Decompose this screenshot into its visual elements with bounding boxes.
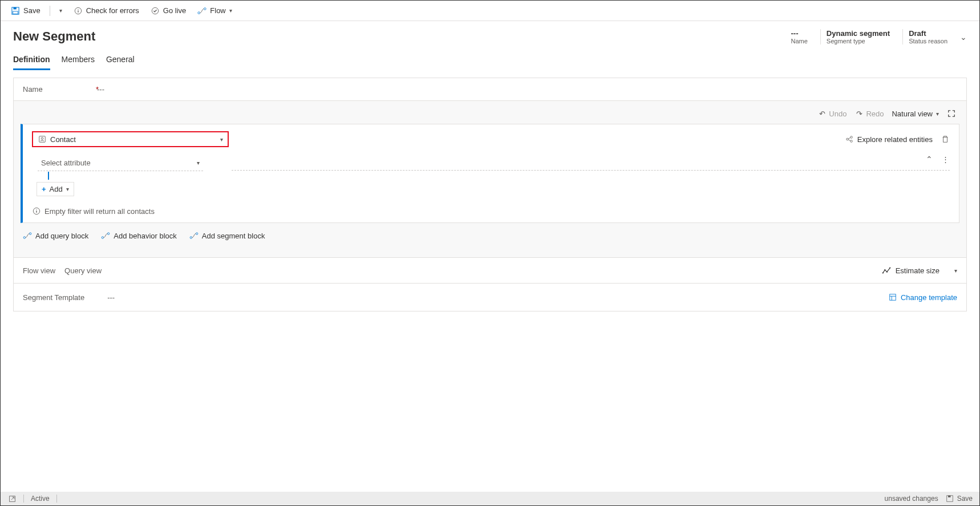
contact-icon bbox=[38, 135, 47, 144]
template-value: --- bbox=[107, 293, 115, 302]
query-toolbar: ↶ Undo ↷ Redo Natural view ▾ bbox=[21, 107, 959, 124]
save-icon bbox=[11, 6, 20, 15]
check-circle-icon bbox=[151, 6, 160, 15]
command-bar: Save ▾ Check for errors Go live Flow ▾ bbox=[1, 1, 979, 21]
svg-point-20 bbox=[29, 233, 31, 234]
redo-icon: ↷ bbox=[855, 109, 864, 118]
chevron-down-icon: ▾ bbox=[954, 268, 957, 274]
save-dropdown[interactable]: ▾ bbox=[55, 5, 67, 16]
save-button[interactable]: Save bbox=[6, 4, 45, 18]
undo-button[interactable]: ↶ Undo bbox=[817, 109, 847, 118]
query-view-button[interactable]: Query view bbox=[64, 266, 102, 275]
svg-point-27 bbox=[886, 272, 888, 273]
connector-line bbox=[48, 172, 49, 180]
svg-point-8 bbox=[204, 7, 206, 10]
expand-header-button[interactable]: ⌄ bbox=[960, 33, 967, 42]
add-segment-block-button[interactable]: Add segment block bbox=[189, 231, 265, 240]
entity-selector[interactable]: Contact ▾ bbox=[32, 131, 229, 147]
tab-members[interactable]: Members bbox=[62, 55, 95, 70]
meta-name: --- Name bbox=[785, 29, 813, 44]
flow-icon bbox=[189, 231, 199, 240]
flow-label: Flow bbox=[210, 6, 225, 15]
unsaved-changes-label: unsaved changes bbox=[885, 495, 938, 503]
svg-rect-34 bbox=[948, 496, 951, 497]
name-label: Name * bbox=[23, 85, 97, 94]
definition-panel: Name * --- ↶ Undo ↷ Redo Natural view ▾ bbox=[13, 78, 967, 311]
collapse-button[interactable]: ⌃ bbox=[926, 155, 933, 164]
record-meta: --- Name Dynamic segment Segment type Dr… bbox=[785, 29, 967, 44]
required-indicator: * bbox=[96, 85, 99, 94]
flow-icon bbox=[23, 231, 32, 240]
page-title: New Segment bbox=[13, 29, 95, 44]
flow-icon bbox=[197, 6, 206, 15]
svg-point-21 bbox=[102, 237, 103, 238]
separator bbox=[50, 6, 50, 16]
check-errors-button[interactable]: Check for errors bbox=[69, 4, 144, 18]
chevron-down-icon: ▾ bbox=[220, 136, 223, 143]
meta-segment-type: Dynamic segment Segment type bbox=[820, 29, 896, 44]
svg-point-7 bbox=[198, 11, 200, 14]
status-active: Active bbox=[31, 495, 50, 503]
template-label: Segment Template bbox=[23, 293, 84, 302]
flow-button[interactable]: Flow ▾ bbox=[193, 4, 236, 18]
name-field-row: Name * --- bbox=[14, 78, 966, 101]
more-options-button[interactable]: ⋮ bbox=[941, 155, 950, 164]
svg-line-14 bbox=[848, 137, 851, 139]
svg-point-11 bbox=[847, 138, 849, 140]
change-template-button[interactable]: Change template bbox=[888, 293, 957, 302]
attribute-selector[interactable]: Select attribute ▾ bbox=[38, 155, 203, 171]
svg-point-13 bbox=[851, 140, 853, 143]
flow-view-button[interactable]: Flow view bbox=[23, 266, 55, 275]
query-block: Contact ▾ Explore related entities bbox=[21, 124, 959, 223]
svg-rect-1 bbox=[14, 7, 17, 9]
estimate-icon bbox=[882, 266, 891, 275]
chevron-down-icon: ▾ bbox=[936, 111, 939, 117]
info-message: Empty filter will return all contacts bbox=[32, 207, 950, 216]
views-row: Flow view Query view Estimate size ▾ bbox=[14, 257, 966, 283]
entity-label: Contact bbox=[50, 135, 76, 144]
svg-rect-29 bbox=[890, 294, 896, 301]
info-icon bbox=[74, 6, 83, 15]
footer-save-button[interactable]: Save bbox=[945, 494, 973, 503]
svg-line-15 bbox=[848, 140, 851, 141]
template-row: Segment Template --- Change template bbox=[14, 283, 966, 311]
meta-status-reason: Draft Status reason bbox=[902, 29, 953, 44]
popout-icon[interactable] bbox=[7, 494, 17, 503]
go-live-button[interactable]: Go live bbox=[146, 4, 191, 18]
svg-point-26 bbox=[884, 269, 885, 270]
chevron-down-icon: ▾ bbox=[197, 160, 200, 166]
share-icon bbox=[845, 135, 854, 144]
tab-list: Definition Members General bbox=[1, 44, 979, 71]
save-label: Save bbox=[23, 6, 41, 15]
fullscreen-button[interactable] bbox=[947, 109, 956, 118]
chevron-down-icon: ▾ bbox=[59, 7, 62, 14]
check-errors-label: Check for errors bbox=[86, 6, 139, 15]
flow-icon bbox=[101, 231, 110, 240]
chevron-down-icon: ▾ bbox=[66, 186, 69, 192]
svg-point-12 bbox=[851, 136, 853, 139]
svg-point-25 bbox=[882, 272, 883, 273]
redo-button[interactable]: ↷ Redo bbox=[855, 109, 884, 118]
svg-point-19 bbox=[23, 237, 25, 238]
save-icon bbox=[945, 494, 954, 503]
tab-general[interactable]: General bbox=[106, 55, 135, 70]
estimate-size-button[interactable]: Estimate size ▾ bbox=[882, 266, 957, 275]
tab-definition[interactable]: Definition bbox=[13, 55, 50, 70]
divider bbox=[232, 170, 950, 171]
add-behavior-block-button[interactable]: Add behavior block bbox=[101, 231, 177, 240]
svg-point-22 bbox=[108, 233, 110, 234]
template-icon bbox=[888, 293, 897, 302]
explore-related-button[interactable]: Explore related entities bbox=[845, 135, 933, 144]
svg-rect-2 bbox=[13, 11, 18, 13]
svg-point-23 bbox=[190, 237, 192, 238]
page-header: New Segment --- Name Dynamic segment Seg… bbox=[1, 21, 979, 44]
go-live-label: Go live bbox=[163, 6, 186, 15]
add-block-row: Add query block Add behavior block Add s… bbox=[21, 223, 959, 248]
view-selector[interactable]: Natural view ▾ bbox=[892, 110, 939, 118]
delete-button[interactable] bbox=[941, 135, 950, 144]
query-area: ↶ Undo ↷ Redo Natural view ▾ bbox=[14, 101, 966, 257]
add-condition-button[interactable]: + Add ▾ bbox=[37, 182, 74, 196]
info-icon bbox=[32, 207, 41, 216]
svg-point-10 bbox=[41, 137, 43, 140]
add-query-block-button[interactable]: Add query block bbox=[23, 231, 88, 240]
